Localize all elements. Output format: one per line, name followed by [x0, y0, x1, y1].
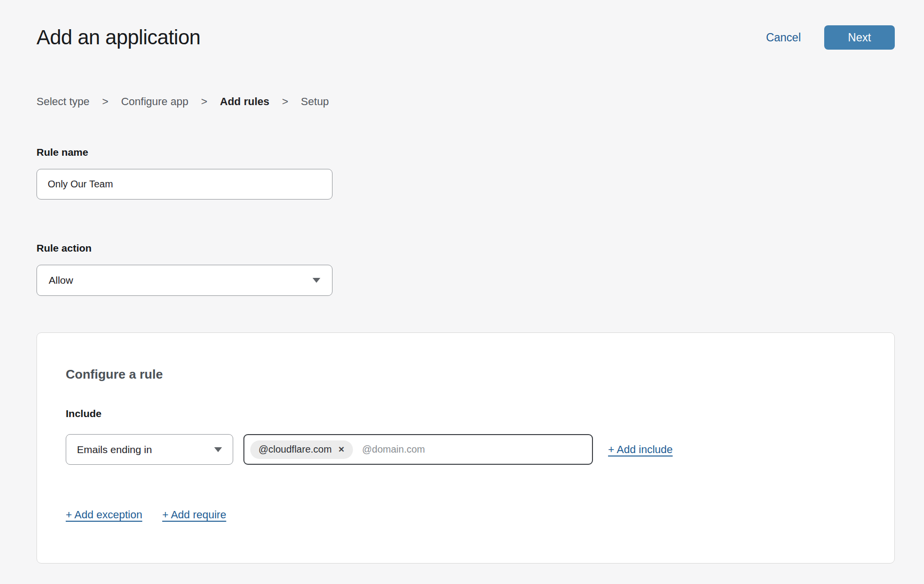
configure-rule-title: Configure a rule: [66, 367, 865, 382]
breadcrumb-step-configure-app[interactable]: Configure app: [121, 95, 188, 108]
breadcrumb-step-select-type[interactable]: Select type: [37, 95, 90, 108]
breadcrumb-separator: >: [282, 95, 288, 108]
email-domain-chip: @cloudflare.com ✕: [250, 440, 353, 459]
include-selector-value: Emails ending in: [77, 444, 152, 456]
rule-action-selected-value: Allow: [49, 274, 73, 286]
chip-remove-icon[interactable]: ✕: [338, 446, 344, 454]
include-value-input[interactable]: @cloudflare.com ✕: [243, 434, 593, 465]
include-selector-select[interactable]: Emails ending in: [66, 434, 233, 465]
cancel-button[interactable]: Cancel: [766, 31, 801, 44]
breadcrumb-separator: >: [201, 95, 207, 108]
include-rule-row: Emails ending in @cloudflare.com ✕ + Add…: [66, 434, 865, 465]
add-include-link[interactable]: + Add include: [608, 443, 673, 456]
rule-name-input[interactable]: [37, 169, 333, 200]
page-header: Add an application Cancel Next: [37, 25, 895, 50]
rule-name-label: Rule name: [37, 146, 895, 158]
breadcrumb-separator: >: [102, 95, 109, 108]
header-actions: Cancel Next: [766, 25, 895, 50]
rule-links-row: + Add exception + Add require: [66, 509, 865, 521]
chevron-down-icon: [214, 447, 222, 452]
include-label: Include: [66, 408, 865, 420]
page-title: Add an application: [37, 26, 201, 49]
breadcrumb-step-add-rules[interactable]: Add rules: [220, 95, 269, 108]
add-require-link[interactable]: + Add require: [162, 509, 226, 521]
rule-action-select[interactable]: Allow: [37, 265, 333, 296]
add-exception-link[interactable]: + Add exception: [66, 509, 142, 521]
add-application-page: Add an application Cancel Next Select ty…: [0, 0, 924, 564]
chevron-down-icon: [313, 278, 320, 283]
email-domain-text-entry[interactable]: [361, 443, 586, 456]
configure-rule-card: Configure a rule Include Emails ending i…: [37, 332, 895, 564]
wizard-breadcrumb: Select type > Configure app > Add rules …: [37, 95, 895, 108]
email-domain-chip-label: @cloudflare.com: [259, 444, 332, 455]
rule-action-label: Rule action: [37, 242, 895, 254]
breadcrumb-step-setup[interactable]: Setup: [301, 95, 329, 108]
next-button[interactable]: Next: [824, 25, 895, 50]
